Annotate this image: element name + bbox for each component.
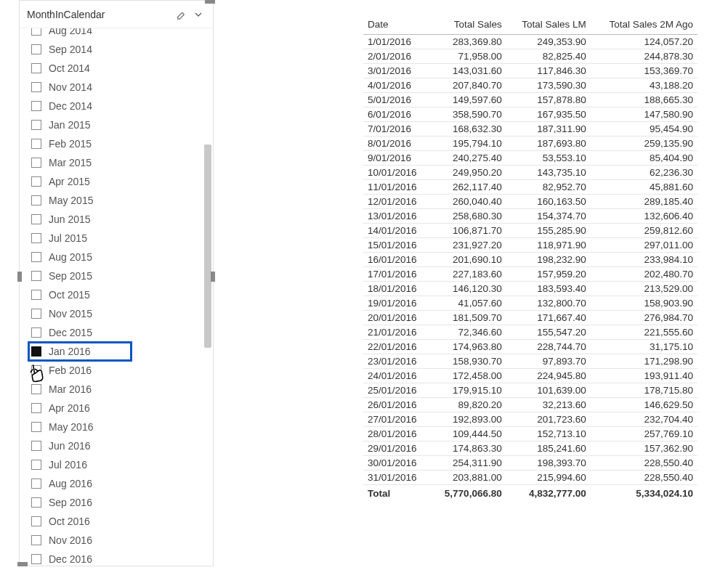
table-row[interactable]: 14/01/2016106,871.70155,285.90259,812.60 bbox=[363, 224, 697, 238]
checkbox-icon[interactable] bbox=[31, 158, 41, 168]
slicer-item[interactable]: Nov 2015 bbox=[28, 304, 213, 323]
checkbox-icon[interactable] bbox=[31, 384, 41, 394]
table-row[interactable]: 21/01/201672,346.60155,547.20221,555.60 bbox=[363, 325, 697, 340]
checkbox-icon[interactable] bbox=[31, 327, 41, 338]
checkbox-icon[interactable] bbox=[31, 101, 41, 111]
table-row[interactable]: 7/01/2016168,632.30187,311.9095,454.90 bbox=[363, 122, 697, 137]
checkbox-icon[interactable] bbox=[31, 252, 41, 262]
slicer-item[interactable]: Nov 2016 bbox=[28, 531, 213, 550]
table-row[interactable]: 2/01/201671,958.0082,825.40244,878.30 bbox=[363, 49, 697, 64]
slicer-item[interactable]: Aug 2014 bbox=[28, 28, 213, 40]
table-row[interactable]: 23/01/2016158,930.7097,893.70171,298.90 bbox=[363, 354, 697, 369]
table-row[interactable]: 30/01/2016254,311.90198,393.70228,550.40 bbox=[363, 456, 697, 471]
checkbox-icon[interactable] bbox=[31, 441, 41, 451]
resize-handle[interactable] bbox=[205, 0, 215, 4]
checkbox-icon[interactable] bbox=[31, 365, 41, 375]
slicer-item[interactable]: Feb 2016 bbox=[28, 361, 213, 380]
table-row[interactable]: 19/01/201641,057.60132,800.70158,903.90 bbox=[363, 296, 697, 311]
checkbox-icon[interactable] bbox=[31, 233, 41, 243]
slicer-item[interactable]: Dec 2014 bbox=[28, 97, 213, 115]
checkbox-icon[interactable] bbox=[31, 63, 41, 73]
checkbox-icon[interactable] bbox=[31, 309, 41, 319]
slicer-item[interactable]: Oct 2014 bbox=[28, 59, 213, 78]
table-row[interactable]: 27/01/2016192,893.00201,723.60232,704.40 bbox=[363, 412, 697, 427]
slicer-item[interactable]: May 2015 bbox=[28, 191, 213, 210]
checkbox-icon[interactable] bbox=[31, 497, 41, 508]
checkbox-icon[interactable] bbox=[31, 479, 41, 489]
checkbox-icon[interactable] bbox=[31, 176, 41, 187]
table-row[interactable]: 25/01/2016179,915.10101,639.00178,715.80 bbox=[363, 383, 697, 398]
table-row[interactable]: 22/01/2016174,963.80228,744.7031,175.10 bbox=[363, 340, 697, 354]
slicer-item[interactable]: Dec 2016 bbox=[28, 550, 213, 566]
eraser-icon[interactable] bbox=[174, 7, 188, 22]
table-row[interactable]: 10/01/2016249,950.20143,735.1062,236.30 bbox=[363, 166, 697, 180]
chevron-down-icon[interactable] bbox=[191, 7, 206, 22]
slicer-item[interactable]: Jan 2016 bbox=[28, 342, 132, 361]
table-row[interactable]: 9/01/2016240,275.4053,553.1085,404.90 bbox=[363, 151, 697, 166]
table-row[interactable]: 13/01/2016258,680.30154,374.70132,606.40 bbox=[363, 209, 697, 224]
table-row[interactable]: 29/01/2016174,863.30185,241.60157,362.90 bbox=[363, 441, 697, 456]
table-row[interactable]: 4/01/2016207,840.70173,590.3043,188.20 bbox=[363, 78, 697, 93]
slicer-item[interactable]: Aug 2015 bbox=[28, 248, 213, 266]
checkbox-icon[interactable] bbox=[31, 460, 41, 470]
checkbox-icon[interactable] bbox=[31, 290, 41, 300]
checkbox-icon[interactable] bbox=[31, 214, 41, 224]
slicer-item[interactable]: Jul 2015 bbox=[28, 229, 213, 248]
slicer-item[interactable]: Feb 2015 bbox=[28, 134, 213, 153]
slicer-item[interactable]: Sep 2015 bbox=[28, 266, 213, 285]
table-row[interactable]: 6/01/2016358,590.70167,935.50147,580.90 bbox=[363, 107, 697, 122]
slicer-list[interactable]: Aug 2014Sep 2014Oct 2014Nov 2014Dec 2014… bbox=[20, 28, 213, 566]
table-row[interactable]: 28/01/2016109,444.50152,713.10257,769.10 bbox=[363, 427, 697, 441]
resize-handle[interactable] bbox=[17, 272, 22, 282]
slicer-item[interactable]: May 2016 bbox=[28, 418, 213, 436]
scrollbar-thumb[interactable] bbox=[204, 144, 211, 348]
checkbox-icon[interactable] bbox=[31, 195, 41, 205]
checkbox-icon[interactable] bbox=[31, 516, 41, 526]
slicer-item[interactable]: Mar 2015 bbox=[28, 153, 213, 172]
slicer-item[interactable]: Jun 2016 bbox=[28, 436, 213, 455]
table-row[interactable]: 12/01/2016260,040.40160,163.50289,185.40 bbox=[363, 195, 697, 209]
checkbox-icon[interactable] bbox=[31, 535, 41, 545]
slicer-item[interactable]: Aug 2016 bbox=[28, 474, 213, 493]
checkbox-icon[interactable] bbox=[31, 346, 41, 357]
checkbox-icon[interactable] bbox=[31, 554, 41, 564]
slicer-item[interactable]: Apr 2016 bbox=[28, 399, 213, 418]
table-row[interactable]: 24/01/2016172,458.00224,945.80193,911.40 bbox=[363, 369, 697, 383]
table-row[interactable]: 15/01/2016231,927.20118,971.90297,011.00 bbox=[363, 238, 697, 253]
checkbox-icon[interactable] bbox=[31, 44, 41, 54]
slicer-item[interactable]: Jul 2016 bbox=[28, 455, 213, 474]
column-header[interactable]: Date bbox=[363, 16, 430, 35]
table-row[interactable]: 26/01/201689,820.2032,213.60146,629.50 bbox=[363, 398, 697, 412]
slicer-item[interactable]: Nov 2014 bbox=[28, 78, 213, 97]
resize-handle[interactable] bbox=[211, 272, 215, 282]
slicer-item[interactable]: Oct 2016 bbox=[28, 512, 213, 531]
table-row[interactable]: 17/01/2016227,183.60157,959.20202,480.70 bbox=[363, 267, 697, 282]
slicer-item[interactable]: Dec 2015 bbox=[28, 323, 213, 342]
slicer-item[interactable]: Apr 2015 bbox=[28, 172, 213, 191]
checkbox-icon[interactable] bbox=[31, 422, 41, 432]
table-row[interactable]: 3/01/2016143,031.60117,846.30153,369.70 bbox=[363, 64, 697, 78]
table-row[interactable]: 20/01/2016181,509.70171,667.40276,984.70 bbox=[363, 311, 697, 325]
slicer-item[interactable]: Sep 2016 bbox=[28, 493, 213, 512]
column-header[interactable]: Total Sales 2M Ago bbox=[591, 16, 697, 35]
checkbox-icon[interactable] bbox=[31, 82, 41, 92]
checkbox-icon[interactable] bbox=[31, 271, 41, 281]
table-row[interactable]: 11/01/2016262,117.4082,952.7045,881.60 bbox=[363, 180, 697, 195]
month-slicer[interactable]: MonthInCalendar Aug 2014Sep 2014Oct 2014… bbox=[19, 0, 214, 566]
checkbox-icon[interactable] bbox=[31, 28, 41, 36]
checkbox-icon[interactable] bbox=[31, 139, 41, 149]
slicer-item[interactable]: Jun 2015 bbox=[28, 210, 213, 229]
table-row[interactable]: 8/01/2016195,794.10187,693.80259,135.90 bbox=[363, 137, 697, 151]
table-row[interactable]: 5/01/2016149,597.60157,878.80188,665.30 bbox=[363, 93, 697, 107]
table-row[interactable]: 1/01/2016283,369.80249,353.90124,057.20 bbox=[363, 35, 697, 49]
checkbox-icon[interactable] bbox=[31, 403, 41, 413]
slicer-item[interactable]: Oct 2015 bbox=[28, 285, 213, 304]
table-row[interactable]: 31/01/2016203,881.00215,994.60228,550.40 bbox=[363, 471, 697, 485]
checkbox-icon[interactable] bbox=[31, 120, 41, 130]
slicer-item[interactable]: Sep 2014 bbox=[28, 40, 213, 59]
column-header[interactable]: Total Sales bbox=[430, 16, 506, 35]
slicer-item[interactable]: Mar 2016 bbox=[28, 380, 213, 399]
table-row[interactable]: 18/01/2016146,120.30183,593.40213,529.00 bbox=[363, 282, 697, 296]
column-header[interactable]: Total Sales LM bbox=[506, 16, 591, 35]
resize-handle[interactable] bbox=[17, 562, 28, 566]
